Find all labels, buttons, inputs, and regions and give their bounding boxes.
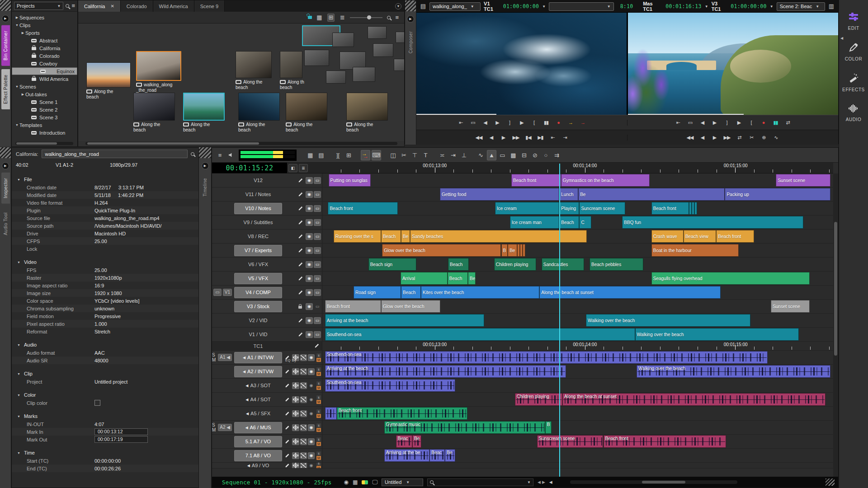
pencil-icon[interactable] <box>298 192 303 197</box>
bin-mini-clip-3[interactable] <box>332 33 354 47</box>
transport-button[interactable]: ◀◀ <box>687 135 693 141</box>
clip-walking-over-the-beach[interactable]: Walking over the beach <box>637 365 830 378</box>
clip-suncream-scene[interactable]: Suncream scene <box>579 202 625 215</box>
transport-button[interactable]: ▮◀ <box>525 135 531 141</box>
mute-chip[interactable]: M <box>316 400 321 404</box>
automation-button[interactable] <box>300 438 307 445</box>
mute-chip[interactable]: M <box>316 442 321 446</box>
tree-item-out-takes[interactable]: ▶Out-takes <box>12 90 77 98</box>
mute-chip[interactable]: M <box>316 414 321 418</box>
waveform-button[interactable] <box>292 438 299 445</box>
transport-button[interactable]: ▮▮ <box>543 120 549 126</box>
bin-scrollbar[interactable] <box>85 142 397 145</box>
bin-clip-along-the-beach[interactable] <box>236 51 272 78</box>
bin-unlock-icon[interactable] <box>308 16 312 19</box>
field-value-input[interactable]: 00:00:17:19 <box>94 436 148 443</box>
track-name-v3-stock[interactable]: V3 / Stock <box>234 301 282 312</box>
automation-button[interactable] <box>300 382 307 389</box>
pencil-icon[interactable] <box>285 425 289 429</box>
focus-button[interactable]: ◧ <box>288 164 297 172</box>
transport-button-red[interactable]: ● <box>760 120 767 125</box>
pencil-icon[interactable] <box>285 369 289 373</box>
section-header-color[interactable]: ▼Color <box>12 391 198 399</box>
close-icon[interactable]: ✕ <box>110 4 114 9</box>
clip-beach-front[interactable]: Beach front <box>651 202 698 215</box>
clip-beach-front[interactable]: Beach front <box>325 300 381 313</box>
clip-c[interactable]: C <box>579 216 591 229</box>
clip-be[interactable]: Be <box>412 435 421 448</box>
panel-expand-button[interactable]: ▶ <box>2 162 9 169</box>
track-power-button[interactable]: ◉ <box>308 410 315 417</box>
transport-button-misc[interactable]: ⇄ <box>785 120 791 126</box>
storyboard-view-button[interactable]: ▦ <box>316 14 323 21</box>
clip-children-playing[interactable]: Children playing <box>515 393 562 406</box>
clip-be[interactable]: Be <box>401 230 410 243</box>
prev-button[interactable]: ◀ <box>538 480 541 484</box>
track-name-v7-experts[interactable]: V7 / Experts <box>234 245 282 256</box>
track-power-button[interactable]: ◉ <box>306 219 313 226</box>
track-name-a3-sot[interactable]: ◀A3 / SOT <box>234 380 282 391</box>
expanded-icon[interactable]: ▼ <box>14 123 19 127</box>
solo-chip[interactable]: s <box>316 437 321 441</box>
pencil-icon[interactable] <box>298 220 303 225</box>
clip-arriving-at-the-be[interactable]: Arriving at the be <box>384 449 430 462</box>
extend[interactable]: ⇥ <box>448 150 458 160</box>
tree-item-abstract[interactable]: Abstract <box>12 37 77 44</box>
track-name-v5-vfx[interactable]: V5 / VFX <box>234 273 282 284</box>
track-power-button[interactable]: ◉ <box>308 354 315 361</box>
transport-button[interactable]: ▶▶ <box>513 135 519 141</box>
track-name-v2-vid[interactable]: V2 / VID <box>234 315 282 326</box>
segment-overwrite[interactable]: ▩ <box>509 150 518 160</box>
mute-chip[interactable]: M <box>316 456 321 460</box>
thumbnail-size-slider[interactable] <box>350 17 382 18</box>
pencil-icon[interactable] <box>298 206 303 211</box>
tree-item-colorado[interactable]: Colorado <box>12 52 77 60</box>
clip-bbq-fun[interactable]: BBQ fun <box>622 216 803 229</box>
bin-clip-along-the-beach[interactable] <box>346 93 388 121</box>
automation-button[interactable] <box>300 368 307 375</box>
section-header-audio[interactable]: ▼Audio <box>12 341 198 349</box>
track-power-button[interactable]: ◉ <box>308 424 315 431</box>
track-monitor-button[interactable]: ▭ <box>314 303 321 310</box>
collapse-rail-icon[interactable]: ◀ <box>840 36 843 40</box>
timeline-vertical-scrollbar[interactable] <box>833 174 838 477</box>
automation-button[interactable] <box>300 410 307 417</box>
clip-glow-over-the-beach[interactable]: Glow over the beach <box>381 300 440 313</box>
pencil-icon[interactable] <box>298 276 303 281</box>
list-view-button[interactable]: ≣ <box>339 14 345 21</box>
keyframe-mode[interactable]: ⌨ <box>372 150 381 160</box>
transport-button[interactable]: ] <box>724 120 730 125</box>
tab-overflow-button[interactable]: ▼ <box>395 3 401 9</box>
clip-color-checkbox[interactable] <box>94 400 100 406</box>
mute-chip[interactable]: M <box>316 466 321 469</box>
clip-beach[interactable]: Beach <box>559 216 579 229</box>
waveform-button[interactable] <box>292 463 299 469</box>
track-name-v4-comp[interactable]: V4 / COMP <box>234 287 282 298</box>
clip-beac[interactable]: Beac <box>429 449 445 462</box>
patch-v1[interactable]: V1 <box>223 289 232 296</box>
mute-chip[interactable]: M <box>316 428 321 432</box>
slide-tool[interactable]: ○ <box>541 150 551 160</box>
projects-selector[interactable]: Projects ▼ <box>14 2 63 10</box>
bin-mini-clip-5[interactable] <box>368 26 387 39</box>
track-power-button[interactable]: ◉ <box>308 396 315 403</box>
title-tool[interactable]: T <box>421 150 430 160</box>
panel-drag-stripes[interactable] <box>405 0 416 11</box>
source-monitor[interactable] <box>416 13 627 115</box>
top-align[interactable]: ≍ <box>438 150 447 160</box>
bin-mini-clip-8[interactable] <box>326 70 346 84</box>
video-quality[interactable]: ▦ <box>306 150 315 160</box>
transport-button-red[interactable]: ● <box>555 120 561 125</box>
chevron-down-icon[interactable]: ▼ <box>542 5 546 9</box>
transport-button[interactable]: ▭ <box>470 120 476 126</box>
clip-arriving-at-the-beach[interactable]: Arriving at the beach <box>325 365 566 378</box>
clip-b[interactable]: B <box>545 421 552 434</box>
section-header-time[interactable]: ▼Time <box>12 449 198 457</box>
track-panel-menu[interactable]: ≣ <box>299 164 308 172</box>
track-monitor-button[interactable]: ▭ <box>314 331 321 338</box>
clip-crash-wave[interactable]: Crash wave <box>651 230 684 243</box>
transport-button-red[interactable]: → <box>580 120 586 125</box>
transition-tool[interactable]: ⊟ <box>519 150 529 160</box>
clip-beach-front[interactable]: Beach front <box>604 435 726 448</box>
tree-item-scenes[interactable]: ▼Scenes <box>12 83 77 90</box>
